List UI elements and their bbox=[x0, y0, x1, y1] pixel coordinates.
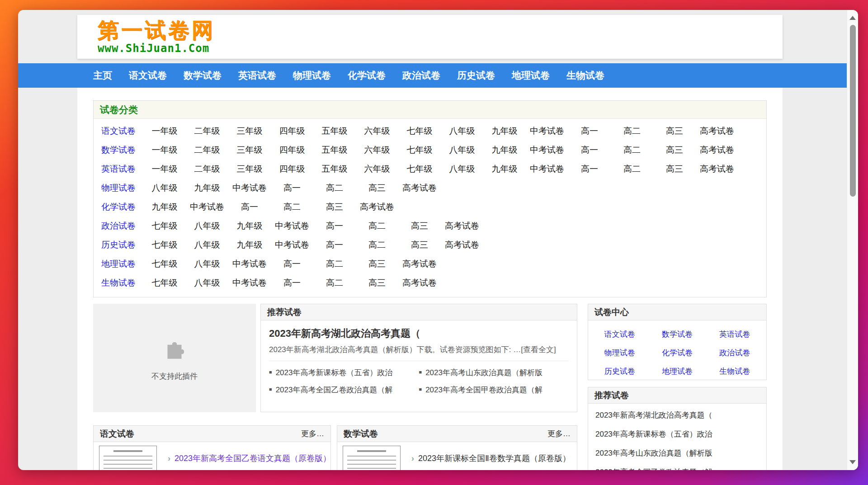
paper-center-link[interactable]: 地理试卷 bbox=[648, 362, 706, 381]
category-grade-link[interactable]: 中考试卷 bbox=[271, 239, 313, 251]
category-grade-link[interactable]: 九年级 bbox=[483, 125, 526, 137]
paper-center-link[interactable]: 政治试卷 bbox=[706, 344, 764, 362]
category-grade-link[interactable]: 六年级 bbox=[356, 144, 398, 156]
category-grade-link[interactable]: 高二 bbox=[611, 144, 653, 156]
category-grade-link[interactable]: 九年级 bbox=[143, 201, 186, 213]
category-label-link[interactable]: 地理试卷 bbox=[94, 258, 143, 270]
featured-item-link[interactable]: ■2023年高考新课标卷（五省）政治 bbox=[269, 367, 419, 378]
more-link[interactable]: 更多… bbox=[547, 428, 571, 439]
category-grade-link[interactable]: 四年级 bbox=[271, 163, 313, 175]
featured-item-link[interactable]: ■2023年高考全国甲卷政治真题（解 bbox=[419, 385, 569, 395]
category-grade-link[interactable]: 九年级 bbox=[483, 163, 526, 175]
paper-link[interactable]: 2023年新课标全国Ⅱ卷数学真题（原卷版） bbox=[418, 454, 571, 463]
category-grade-link[interactable]: 高三 bbox=[313, 201, 356, 213]
category-grade-link[interactable]: 中考试卷 bbox=[228, 258, 271, 270]
category-grade-link[interactable]: 二年级 bbox=[186, 125, 228, 137]
category-grade-link[interactable]: 高一 bbox=[271, 277, 313, 289]
category-grade-link[interactable]: 五年级 bbox=[313, 163, 356, 175]
site-logo-title[interactable]: 第一试卷网 bbox=[98, 19, 215, 42]
category-grade-link[interactable]: 三年级 bbox=[228, 144, 271, 156]
category-grade-link[interactable]: 七年级 bbox=[143, 220, 186, 232]
paper-center-link[interactable]: 历史试卷 bbox=[591, 362, 648, 381]
category-grade-link[interactable]: 高三 bbox=[356, 182, 398, 194]
view-full-text-link[interactable]: [查看全文] bbox=[521, 345, 556, 354]
category-grade-link[interactable]: 高考试卷 bbox=[441, 220, 483, 232]
category-grade-link[interactable]: 六年级 bbox=[356, 163, 398, 175]
recommended-item-link[interactable]: 2023年高考全国乙卷政治真题（解 bbox=[595, 463, 759, 470]
category-grade-link[interactable]: 中考试卷 bbox=[228, 182, 271, 194]
paper-center-link[interactable]: 数学试卷 bbox=[648, 325, 706, 344]
category-grade-link[interactable]: 高三 bbox=[653, 144, 696, 156]
category-grade-link[interactable]: 高二 bbox=[356, 239, 398, 251]
category-label-link[interactable]: 历史试卷 bbox=[94, 239, 143, 251]
category-grade-link[interactable]: 高二 bbox=[313, 182, 356, 194]
paper-center-link[interactable]: 语文试卷 bbox=[591, 325, 648, 344]
nav-item[interactable]: 化学试卷 bbox=[348, 69, 386, 82]
category-grade-link[interactable]: 二年级 bbox=[186, 163, 228, 175]
category-label-link[interactable]: 生物试卷 bbox=[94, 277, 143, 289]
category-grade-link[interactable]: 高考试卷 bbox=[398, 258, 441, 270]
category-grade-link[interactable]: 高一 bbox=[271, 182, 313, 194]
category-grade-link[interactable]: 四年级 bbox=[271, 144, 313, 156]
site-logo[interactable]: 第一试卷网 www.ShiJuan1.Com bbox=[98, 19, 215, 55]
category-grade-link[interactable]: 七年级 bbox=[398, 125, 441, 137]
category-grade-link[interactable]: 高考试卷 bbox=[696, 144, 738, 156]
category-grade-link[interactable]: 八年级 bbox=[441, 144, 483, 156]
recommended-item-link[interactable]: 2023年高考山东政治真题（解析版 bbox=[595, 444, 759, 463]
category-grade-link[interactable]: 八年级 bbox=[186, 277, 228, 289]
featured-article-title[interactable]: 2023年新高考湖北政治高考真题（ bbox=[269, 327, 569, 340]
category-grade-link[interactable]: 高三 bbox=[356, 277, 398, 289]
featured-item-link[interactable]: ■2023年高考山东政治真题（解析版 bbox=[419, 367, 569, 378]
category-grade-link[interactable]: 三年级 bbox=[228, 125, 271, 137]
category-grade-link[interactable]: 八年级 bbox=[441, 163, 483, 175]
paper-center-link[interactable]: 生物试卷 bbox=[706, 362, 764, 381]
category-grade-link[interactable]: 八年级 bbox=[186, 220, 228, 232]
category-label-link[interactable]: 政治试卷 bbox=[94, 220, 143, 232]
paper-center-link[interactable]: 化学试卷 bbox=[648, 344, 706, 362]
category-grade-link[interactable]: 高考试卷 bbox=[696, 125, 738, 137]
featured-item-link[interactable]: ■2023年高考全国乙卷政治真题（解 bbox=[269, 385, 419, 395]
nav-item[interactable]: 数学试卷 bbox=[184, 69, 222, 82]
recommended-item-link[interactable]: 2023年新高考湖北政治高考真题（ bbox=[595, 406, 759, 425]
category-grade-link[interactable]: 九年级 bbox=[483, 144, 526, 156]
category-grade-link[interactable]: 九年级 bbox=[186, 182, 228, 194]
more-link[interactable]: 更多… bbox=[301, 428, 324, 439]
category-grade-link[interactable]: 高三 bbox=[398, 220, 441, 232]
nav-item[interactable]: 地理试卷 bbox=[512, 69, 550, 82]
scrollbar-up-arrow[interactable] bbox=[849, 16, 856, 20]
paper-center-link[interactable]: 英语试卷 bbox=[706, 325, 764, 344]
category-grade-link[interactable]: 六年级 bbox=[356, 125, 398, 137]
category-grade-link[interactable]: 中考试卷 bbox=[186, 201, 228, 213]
category-grade-link[interactable]: 高二 bbox=[313, 258, 356, 270]
category-grade-link[interactable]: 中考试卷 bbox=[271, 220, 313, 232]
category-grade-link[interactable]: 高二 bbox=[356, 220, 398, 232]
category-grade-link[interactable]: 高考试卷 bbox=[441, 239, 483, 251]
category-grade-link[interactable]: 高二 bbox=[611, 125, 653, 137]
category-grade-link[interactable]: 高考试卷 bbox=[696, 163, 738, 175]
category-grade-link[interactable]: 高一 bbox=[313, 239, 356, 251]
recommended-item-link[interactable]: 2023年高考新课标卷（五省）政治 bbox=[595, 425, 759, 444]
nav-item[interactable]: 主页 bbox=[93, 69, 112, 82]
category-grade-link[interactable]: 高考试卷 bbox=[356, 201, 398, 213]
category-grade-link[interactable]: 九年级 bbox=[228, 220, 271, 232]
category-grade-link[interactable]: 高二 bbox=[313, 277, 356, 289]
category-grade-link[interactable]: 高一 bbox=[568, 125, 611, 137]
vertical-scrollbar[interactable] bbox=[847, 10, 858, 470]
category-grade-link[interactable]: 一年级 bbox=[143, 163, 186, 175]
paper-thumbnail[interactable] bbox=[99, 446, 157, 470]
scrollbar-down-arrow[interactable] bbox=[849, 460, 856, 464]
category-grade-link[interactable]: 高一 bbox=[568, 144, 611, 156]
category-grade-link[interactable]: 中考试卷 bbox=[228, 277, 271, 289]
category-label-link[interactable]: 数学试卷 bbox=[94, 144, 143, 156]
category-label-link[interactable]: 化学试卷 bbox=[94, 201, 143, 213]
category-grade-link[interactable]: 高三 bbox=[653, 125, 696, 137]
scrollbar-thumb[interactable] bbox=[850, 25, 856, 197]
category-label-link[interactable]: 物理试卷 bbox=[94, 182, 143, 194]
nav-item[interactable]: 历史试卷 bbox=[457, 69, 495, 82]
paper-center-link[interactable]: 物理试卷 bbox=[591, 344, 648, 362]
category-grade-link[interactable]: 高三 bbox=[653, 163, 696, 175]
category-grade-link[interactable]: 高一 bbox=[313, 220, 356, 232]
category-grade-link[interactable]: 高考试卷 bbox=[398, 182, 441, 194]
nav-item[interactable]: 语文试卷 bbox=[129, 69, 167, 82]
category-label-link[interactable]: 英语试卷 bbox=[94, 163, 143, 175]
